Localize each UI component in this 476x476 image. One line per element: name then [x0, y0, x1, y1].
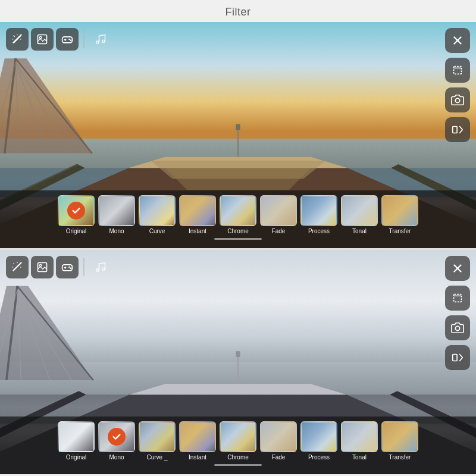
filter-transfer-mono[interactable]: Transfer [381, 421, 418, 461]
filter-label-tonal-m: Tonal [352, 454, 367, 461]
filter-label-chrome-m: Chrome [227, 454, 249, 461]
filter-instant-mono[interactable]: Instant [179, 421, 216, 461]
image-icon-mono [36, 261, 48, 273]
filter-chrome-color[interactable]: Chrome [220, 195, 256, 234]
filter-tonal-mono[interactable]: Tonal [341, 421, 378, 461]
flip-button-mono[interactable] [445, 345, 470, 370]
svg-rect-24 [38, 35, 47, 44]
image-icon [36, 33, 48, 45]
filter-strip-mono: Original Mono Curve _ Instant [0, 416, 476, 474]
svg-rect-55 [236, 351, 240, 357]
camera-button-mono[interactable] [445, 315, 470, 340]
filter-label-transfer: Transfer [389, 228, 411, 234]
filter-thumb-instant-m [179, 421, 216, 452]
filter-fade-color[interactable]: Fade [260, 195, 297, 234]
svg-point-68 [102, 268, 105, 270]
filter-label-process: Process [308, 228, 330, 234]
filter-transfer-color[interactable]: Transfer [381, 195, 418, 234]
filter-label-tonal: Tonal [352, 228, 367, 234]
filter-tonal-color[interactable]: Tonal [341, 195, 378, 234]
image-button-mono[interactable] [31, 256, 54, 278]
filter-label-curve-m: Curve _ [146, 454, 167, 461]
filter-thumb-mono-m [98, 421, 135, 452]
filter-process-color[interactable]: Process [300, 195, 337, 234]
game-button[interactable] [56, 28, 79, 51]
toolbar-divider-mono [83, 258, 84, 276]
filter-chrome-mono[interactable]: Chrome [220, 421, 256, 461]
filter-thumb-curve [139, 195, 176, 226]
check-icon-mono [111, 431, 122, 442]
crop-button-mono[interactable] [445, 286, 470, 311]
filter-strip-color: Original Mono Curve Instant Chrome [0, 190, 476, 248]
svg-point-61 [39, 264, 41, 266]
wand-icon [11, 33, 23, 45]
filter-label-instant: Instant [189, 228, 206, 234]
filter-thumb-curve-m [139, 421, 176, 452]
close-button[interactable] [445, 28, 470, 53]
filter-process-mono[interactable]: Process [300, 421, 337, 461]
svg-point-21 [17, 35, 18, 36]
filter-instant-color[interactable]: Instant [179, 195, 216, 234]
filter-label-instant-m: Instant [189, 454, 206, 461]
color-panel: Original Mono Curve Instant Chrome [0, 22, 476, 248]
flip-icon [451, 123, 464, 136]
game-icon [61, 33, 73, 45]
close-icon [451, 34, 464, 47]
wand-button[interactable] [6, 28, 29, 51]
filter-thumb-original-m [58, 421, 95, 452]
filter-fade-mono[interactable]: Fade [260, 421, 297, 461]
close-icon-mono [451, 262, 464, 275]
crop-icon-mono [451, 292, 464, 305]
camera-button[interactable] [445, 87, 470, 112]
scroll-bar-color [214, 238, 262, 240]
image-button[interactable] [31, 28, 54, 51]
toolbar-divider [83, 30, 84, 48]
wand-icon-mono [11, 261, 23, 273]
right-toolbar [445, 28, 470, 142]
flip-icon-mono [451, 351, 464, 364]
check-icon [71, 205, 82, 216]
filter-original-color[interactable]: Original [58, 195, 95, 234]
filter-mono-mono[interactable]: Mono [98, 421, 135, 461]
filter-thumb-original [58, 195, 95, 226]
game-icon-mono [61, 261, 73, 273]
music-icon-mono [95, 261, 107, 273]
filter-curve-color[interactable]: Curve [139, 195, 176, 234]
svg-point-30 [70, 39, 72, 41]
svg-point-33 [96, 41, 99, 43]
svg-point-66 [70, 267, 72, 269]
scroll-bar-mono [214, 464, 262, 466]
filter-label-original: Original [66, 228, 86, 234]
close-button-mono[interactable] [445, 256, 470, 281]
svg-point-56 [13, 263, 14, 264]
svg-point-23 [12, 39, 14, 40]
camera-icon-mono [451, 321, 464, 334]
svg-point-25 [39, 36, 41, 38]
svg-point-67 [96, 269, 99, 271]
flip-button[interactable] [445, 117, 470, 142]
wand-button-mono[interactable] [6, 256, 29, 278]
right-toolbar-mono [445, 256, 470, 370]
music-button-mono[interactable] [89, 256, 112, 278]
game-button-mono[interactable] [56, 256, 79, 278]
filter-row-mono: Original Mono Curve _ Instant [0, 421, 476, 461]
svg-point-57 [17, 262, 18, 264]
svg-rect-17 [236, 124, 240, 130]
filter-thumb-tonal-m [341, 421, 378, 452]
filter-thumb-tonal [341, 195, 378, 226]
filter-curve-mono[interactable]: Curve _ [139, 421, 176, 461]
svg-point-34 [102, 40, 105, 42]
scroll-indicator-mono [0, 464, 476, 466]
svg-rect-71 [454, 295, 462, 302]
crop-button[interactable] [445, 58, 470, 83]
filter-check-original [67, 202, 85, 220]
filter-mono-color[interactable]: Mono [98, 195, 135, 234]
crop-icon [451, 64, 464, 77]
filter-thumb-fade [260, 195, 297, 226]
filter-original-mono[interactable]: Original [58, 421, 95, 461]
music-button[interactable] [89, 28, 112, 51]
filter-label-original-m: Original [66, 454, 86, 461]
page-title: Filter [0, 0, 476, 22]
top-toolbar-mono [6, 256, 112, 278]
filter-check-mono [108, 428, 126, 446]
